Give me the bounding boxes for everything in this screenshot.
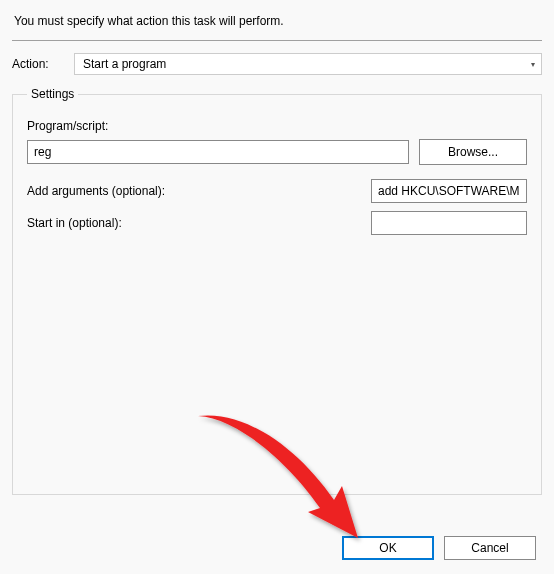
program-input[interactable] xyxy=(27,140,409,164)
divider xyxy=(12,40,542,41)
action-row: Action: Start a program ▾ xyxy=(12,53,542,75)
action-combobox[interactable]: Start a program ▾ xyxy=(74,53,542,75)
action-selected-value: Start a program xyxy=(83,57,166,71)
program-label: Program/script: xyxy=(27,119,527,133)
chevron-down-icon: ▾ xyxy=(531,60,535,69)
instruction-text: You must specify what action this task w… xyxy=(12,10,542,36)
arguments-input[interactable] xyxy=(371,179,527,203)
arguments-label: Add arguments (optional): xyxy=(27,184,165,198)
settings-group: Settings Program/script: Browse... Add a… xyxy=(12,87,542,495)
cancel-button[interactable]: Cancel xyxy=(444,536,536,560)
startin-label: Start in (optional): xyxy=(27,216,122,230)
new-action-dialog: You must specify what action this task w… xyxy=(0,0,554,545)
startin-input[interactable] xyxy=(371,211,527,235)
action-label: Action: xyxy=(12,57,64,71)
browse-button[interactable]: Browse... xyxy=(419,139,527,165)
ok-button[interactable]: OK xyxy=(342,536,434,560)
dialog-button-row: OK Cancel xyxy=(342,536,536,560)
settings-legend: Settings xyxy=(27,87,78,101)
